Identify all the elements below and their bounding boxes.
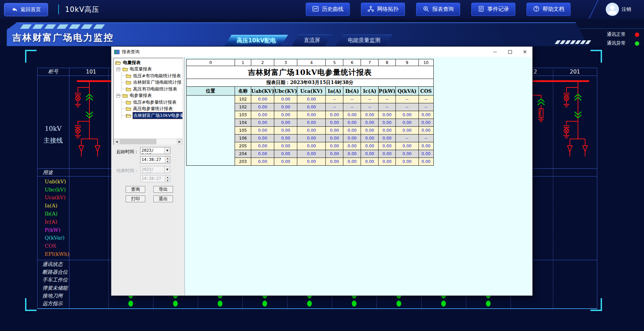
value-cell: 0.00 [251,127,274,135]
maximize-button[interactable] [502,47,517,57]
value-cell: 0.00 [343,158,361,166]
tree-connector [122,82,126,83]
report-header-cell: 名称 [235,87,251,96]
value-cell: 0.00 [297,111,326,119]
bus-section-label-line2: 主接线 [37,136,69,145]
tree-expander-icon[interactable] [116,67,120,71]
nav-button-报表查询[interactable]: 报表查询 [416,3,460,16]
dialog-body: 电量报表电度量报表低压#有功电能统计报表吉林财富广场电能统计报高压有功电能统计报… [111,57,532,295]
spin-up-icon[interactable]: ▲ [165,157,170,160]
cabinet-col-header: 柜号 [37,68,69,76]
tree-horizontal-scrollbar[interactable]: ◀ ▶ [114,139,183,145]
tab-高压10kV配电[interactable]: 高压10kV配电 [224,35,288,46]
sld-pt-branch-202 [533,95,544,122]
tree-item-低压#有功电能统计报表[interactable]: 低压#有功电能统计报表 [114,73,183,79]
close-button[interactable]: ✕ [517,47,532,57]
busbar [533,80,589,82]
spin-down-icon[interactable]: ▼ [165,160,170,163]
print-button[interactable]: 打印 [126,195,145,202]
column-divider-dashed [553,69,553,308]
start-time-spinner[interactable]: 14:38:27 ▲ ▼ [140,156,170,163]
tree-item-高压电参量统计报表[interactable]: 高压电参量统计报表 [114,106,183,112]
folder-icon [126,87,131,91]
nav-button-帮助文档[interactable]: 帮助文档 [527,3,571,16]
lamp-symbol [564,128,569,133]
report-tree: 电量报表电度量报表低压#有功电能统计报表吉林财富广场电能统计报高压有功电能统计报… [114,58,183,139]
status-row-labels: 通讯状态断路器合位手车工作位弹簧未储能接地刀闸远方指示 [37,261,69,308]
value-cell: 0.00 [418,111,433,119]
sld-feeder-201 [533,80,589,157]
avatar[interactable] [606,3,619,16]
column-index-cell: 4 [297,59,326,66]
sld-feeder-101 [75,80,115,157]
folder-icon [126,80,131,84]
scrollbar-track[interactable] [120,139,177,145]
nav-button-网络拓扑[interactable]: 网络拓扑 [361,3,405,16]
value-cell: 0.00 [418,119,433,127]
dialog-title-bar[interactable]: 报表查询 ✕ [111,47,532,57]
value-cell: -- [418,96,433,103]
maximize-icon [508,50,512,54]
tree-item-电量报表[interactable]: 电量报表 [114,59,183,66]
cabinet-name-cell: 105 [235,127,251,135]
status-row-label: 接地刀闸 [37,292,69,300]
cabinet-name-cell: 102 [235,103,251,111]
value-cell: 0.00 [326,158,343,166]
lamp-symbol [76,128,80,133]
tree-item-高压有功电能统计报表[interactable]: 高压有功电能统计报表 [114,86,183,92]
scroll-right-arrow-icon[interactable]: ▶ [177,139,183,144]
value-cell: -- [379,96,395,103]
report-query-dialog: 报表查询 ✕ 电量报表电度量报表低压#有功电能统计报表吉林财富广场电能统计报高压… [111,46,533,296]
tree-item-低压#电参量统计报表[interactable]: 低压#电参量统计报表 [114,99,183,106]
column-index-cell: 6 [343,59,361,66]
cabinet-name-cell: 205 [235,142,251,150]
usage-row-label: 用途 [43,169,53,176]
report-view-panel: 012345678910吉林财富广场10kV电参量统计报表报表日期：2023年0… [185,57,532,295]
grid-line [533,76,597,76]
value-cell: 0.00 [297,119,326,127]
value-cell: 0.00 [361,150,379,158]
measurement-label: COS [37,242,69,250]
column-index-cell: 5 [326,59,343,66]
event-record-icon [478,5,485,14]
value-cell: 0.00 [274,150,297,158]
export-button[interactable]: 导出 [153,186,173,193]
scrollbar-thumb[interactable] [120,139,156,144]
nav-button-事件记录[interactable]: 事件记录 [471,3,515,16]
report-header-cell: Q(kVA) [395,87,418,96]
value-cell: 0.00 [274,142,297,150]
tab-电能质量监测[interactable]: 电能质量监测 [336,35,392,46]
dropdown-arrow-icon[interactable]: ▼ [164,147,170,154]
exit-button[interactable]: 退出 [153,195,173,202]
value-cell: 0.00 [361,127,379,135]
value-cell: 0.00 [326,111,343,119]
tree-item-吉林财富广场10kV电参量[interactable]: 吉林财富广场10kV电参量 [114,112,183,119]
measurement-label: Ib(A) [37,210,69,218]
status-indicator-dot [262,301,267,307]
logout-button[interactable]: 注销 [622,0,631,19]
title-divider [58,4,59,14]
value-cell: 0.00 [251,96,274,103]
minimize-button[interactable] [488,47,502,57]
grid-line [37,176,123,177]
scroll-left-arrow-icon[interactable]: ◀ [114,139,120,144]
bus-section-label-line1: 10kV [37,125,69,132]
value-cell: 0.00 [326,119,343,127]
tree-item-电参量报表[interactable]: 电参量报表 [114,92,183,99]
tab-直流屏[interactable]: 直流屏 [292,35,332,46]
value-cell: 0.00 [274,119,297,127]
tree-item-吉林财富广场电能统计报[interactable]: 吉林财富广场电能统计报 [114,79,183,86]
back-home-button[interactable]: 返回首页 [4,3,48,16]
tree-item-电度量报表[interactable]: 电度量报表 [114,66,183,73]
measurement-label: Q(kVar) [37,234,69,242]
start-date-picker[interactable]: 2023/ 3/15 ▼ [140,147,170,154]
query-button[interactable]: 查询 [126,186,145,193]
minimize-icon [493,52,497,52]
nav-button-label: 事件记录 [488,6,509,13]
tree-expander-icon[interactable] [116,94,120,98]
nav-button-历史曲线[interactable]: 历史曲线 [306,3,350,16]
value-cell: 0.00 [379,135,395,142]
end-date-value: 2023/ 3/15 [141,166,164,173]
value-cell: 0.00 [343,119,361,127]
cabinet-name-cell: 103 [235,111,251,119]
